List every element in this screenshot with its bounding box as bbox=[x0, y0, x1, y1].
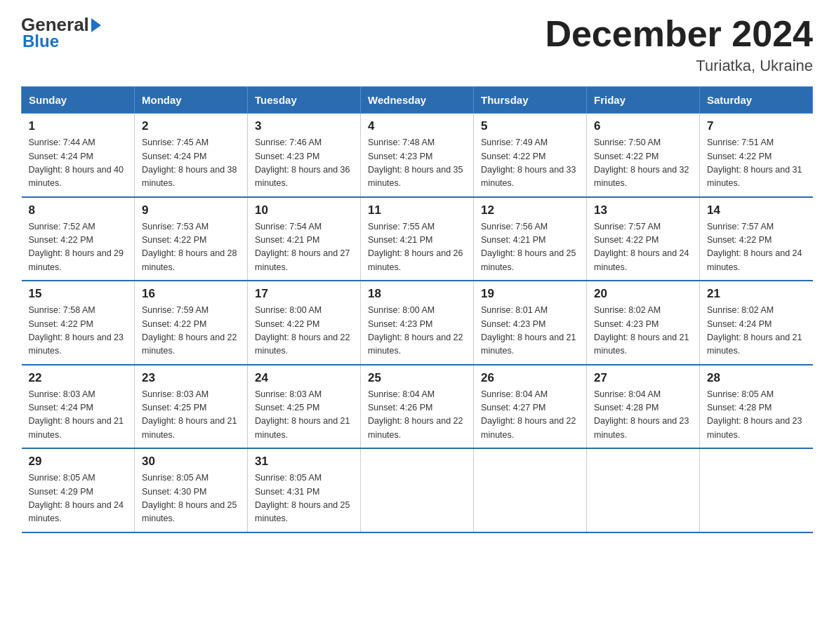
day-number: 13 bbox=[594, 203, 692, 217]
day-info: Sunrise: 7:45 AMSunset: 4:24 PMDaylight:… bbox=[142, 137, 237, 188]
calendar-day-cell: 17 Sunrise: 8:00 AMSunset: 4:22 PMDaylig… bbox=[248, 281, 361, 365]
day-number: 22 bbox=[29, 371, 128, 385]
calendar-day-cell: 5 Sunrise: 7:49 AMSunset: 4:22 PMDayligh… bbox=[474, 114, 587, 197]
day-number: 10 bbox=[255, 203, 353, 217]
day-info: Sunrise: 8:05 AMSunset: 4:29 PMDaylight:… bbox=[29, 473, 124, 523]
calendar-day-cell: 2 Sunrise: 7:45 AMSunset: 4:24 PMDayligh… bbox=[135, 114, 248, 197]
calendar-day-cell: 13 Sunrise: 7:57 AMSunset: 4:22 PMDaylig… bbox=[587, 197, 700, 281]
calendar-day-cell: 28 Sunrise: 8:05 AMSunset: 4:28 PMDaylig… bbox=[700, 365, 813, 449]
day-info: Sunrise: 8:05 AMSunset: 4:30 PMDaylight:… bbox=[142, 473, 237, 523]
calendar-day-cell: 7 Sunrise: 7:51 AMSunset: 4:22 PMDayligh… bbox=[700, 114, 813, 197]
location-main: Turiatka, Ukraine bbox=[545, 57, 813, 75]
day-number: 19 bbox=[481, 287, 579, 301]
day-number: 21 bbox=[707, 287, 806, 301]
calendar-day-cell: 24 Sunrise: 8:03 AMSunset: 4:25 PMDaylig… bbox=[248, 365, 361, 449]
day-info: Sunrise: 7:57 AMSunset: 4:22 PMDaylight:… bbox=[594, 222, 689, 272]
day-info: Sunrise: 7:57 AMSunset: 4:22 PMDaylight:… bbox=[707, 222, 802, 272]
calendar-day-cell: 29 Sunrise: 8:05 AMSunset: 4:29 PMDaylig… bbox=[22, 448, 135, 532]
page-top: General Blue December 2024 Turiatka, Ukr… bbox=[21, 14, 813, 75]
day-info: Sunrise: 8:00 AMSunset: 4:23 PMDaylight:… bbox=[368, 305, 463, 356]
day-number: 9 bbox=[142, 203, 240, 217]
calendar-day-cell bbox=[474, 448, 587, 532]
calendar-day-cell bbox=[700, 448, 813, 532]
calendar-week-row: 22 Sunrise: 8:03 AMSunset: 4:24 PMDaylig… bbox=[22, 365, 813, 449]
day-number: 24 bbox=[255, 371, 353, 385]
calendar-day-cell: 31 Sunrise: 8:05 AMSunset: 4:31 PMDaylig… bbox=[248, 448, 361, 532]
day-info: Sunrise: 7:59 AMSunset: 4:22 PMDaylight:… bbox=[142, 305, 237, 356]
day-number: 31 bbox=[255, 455, 353, 469]
calendar-day-cell: 1 Sunrise: 7:44 AMSunset: 4:24 PMDayligh… bbox=[22, 114, 135, 197]
day-number: 14 bbox=[707, 203, 806, 217]
day-info: Sunrise: 7:49 AMSunset: 4:22 PMDaylight:… bbox=[481, 137, 576, 188]
col-sunday: Sunday bbox=[22, 87, 135, 114]
day-number: 17 bbox=[255, 287, 353, 301]
calendar-day-cell: 20 Sunrise: 8:02 AMSunset: 4:23 PMDaylig… bbox=[587, 281, 700, 365]
day-number: 27 bbox=[594, 371, 692, 385]
calendar-day-cell: 8 Sunrise: 7:52 AMSunset: 4:22 PMDayligh… bbox=[22, 197, 135, 281]
day-info: Sunrise: 7:55 AMSunset: 4:21 PMDaylight:… bbox=[368, 222, 463, 272]
day-info: Sunrise: 7:51 AMSunset: 4:22 PMDaylight:… bbox=[707, 137, 802, 188]
col-monday: Monday bbox=[135, 87, 248, 114]
col-saturday: Saturday bbox=[700, 87, 813, 114]
calendar-day-cell: 19 Sunrise: 8:01 AMSunset: 4:23 PMDaylig… bbox=[474, 281, 587, 365]
day-info: Sunrise: 8:04 AMSunset: 4:28 PMDaylight:… bbox=[594, 389, 689, 440]
calendar-day-cell: 22 Sunrise: 8:03 AMSunset: 4:24 PMDaylig… bbox=[22, 365, 135, 449]
calendar-day-cell: 14 Sunrise: 7:57 AMSunset: 4:22 PMDaylig… bbox=[700, 197, 813, 281]
calendar-day-cell: 6 Sunrise: 7:50 AMSunset: 4:22 PMDayligh… bbox=[587, 114, 700, 197]
calendar-day-cell: 12 Sunrise: 7:56 AMSunset: 4:21 PMDaylig… bbox=[474, 197, 587, 281]
calendar-day-cell: 10 Sunrise: 7:54 AMSunset: 4:21 PMDaylig… bbox=[248, 197, 361, 281]
calendar-day-cell: 30 Sunrise: 8:05 AMSunset: 4:30 PMDaylig… bbox=[135, 448, 248, 532]
calendar-week-row: 15 Sunrise: 7:58 AMSunset: 4:22 PMDaylig… bbox=[22, 281, 813, 365]
calendar-day-cell: 21 Sunrise: 8:02 AMSunset: 4:24 PMDaylig… bbox=[700, 281, 813, 365]
day-info: Sunrise: 8:00 AMSunset: 4:22 PMDaylight:… bbox=[255, 305, 350, 356]
calendar-day-cell: 15 Sunrise: 7:58 AMSunset: 4:22 PMDaylig… bbox=[22, 281, 135, 365]
day-info: Sunrise: 8:05 AMSunset: 4:28 PMDaylight:… bbox=[707, 389, 802, 440]
col-wednesday: Wednesday bbox=[361, 87, 474, 114]
month-title-main: December 2024 bbox=[545, 14, 813, 54]
day-info: Sunrise: 7:46 AMSunset: 4:23 PMDaylight:… bbox=[255, 137, 350, 188]
logo-arrow-icon bbox=[91, 18, 101, 32]
logo-blue-label: Blue bbox=[22, 32, 101, 51]
calendar-day-cell: 16 Sunrise: 7:59 AMSunset: 4:22 PMDaylig… bbox=[135, 281, 248, 365]
day-number: 28 bbox=[707, 371, 806, 385]
day-info: Sunrise: 7:58 AMSunset: 4:22 PMDaylight:… bbox=[29, 305, 124, 356]
calendar-day-cell: 9 Sunrise: 7:53 AMSunset: 4:22 PMDayligh… bbox=[135, 197, 248, 281]
day-info: Sunrise: 8:02 AMSunset: 4:24 PMDaylight:… bbox=[707, 305, 802, 356]
calendar-day-cell: 18 Sunrise: 8:00 AMSunset: 4:23 PMDaylig… bbox=[361, 281, 474, 365]
day-info: Sunrise: 8:02 AMSunset: 4:23 PMDaylight:… bbox=[594, 305, 689, 356]
day-info: Sunrise: 8:05 AMSunset: 4:31 PMDaylight:… bbox=[255, 473, 350, 523]
day-info: Sunrise: 8:01 AMSunset: 4:23 PMDaylight:… bbox=[481, 305, 576, 356]
calendar-day-cell: 11 Sunrise: 7:55 AMSunset: 4:21 PMDaylig… bbox=[361, 197, 474, 281]
day-number: 12 bbox=[481, 203, 579, 217]
day-number: 4 bbox=[368, 119, 466, 133]
day-number: 18 bbox=[368, 287, 466, 301]
day-info: Sunrise: 7:56 AMSunset: 4:21 PMDaylight:… bbox=[481, 222, 576, 272]
day-info: Sunrise: 7:54 AMSunset: 4:21 PMDaylight:… bbox=[255, 222, 350, 272]
day-number: 3 bbox=[255, 119, 353, 133]
day-info: Sunrise: 7:48 AMSunset: 4:23 PMDaylight:… bbox=[368, 137, 463, 188]
day-info: Sunrise: 7:52 AMSunset: 4:22 PMDaylight:… bbox=[29, 222, 124, 272]
calendar-table: Sunday Monday Tuesday Wednesday Thursday… bbox=[21, 86, 813, 533]
day-number: 8 bbox=[29, 203, 128, 217]
col-tuesday: Tuesday bbox=[248, 87, 361, 114]
calendar-day-cell bbox=[587, 448, 700, 532]
calendar-day-cell: 26 Sunrise: 8:04 AMSunset: 4:27 PMDaylig… bbox=[474, 365, 587, 449]
col-friday: Friday bbox=[587, 87, 700, 114]
calendar-day-cell bbox=[361, 448, 474, 532]
calendar-day-cell: 25 Sunrise: 8:04 AMSunset: 4:26 PMDaylig… bbox=[361, 365, 474, 449]
calendar-week-row: 8 Sunrise: 7:52 AMSunset: 4:22 PMDayligh… bbox=[22, 197, 813, 281]
day-number: 23 bbox=[142, 371, 240, 385]
day-info: Sunrise: 8:03 AMSunset: 4:25 PMDaylight:… bbox=[255, 389, 350, 440]
logo-real: General Blue bbox=[21, 14, 101, 51]
calendar-day-cell: 4 Sunrise: 7:48 AMSunset: 4:23 PMDayligh… bbox=[361, 114, 474, 197]
calendar-header-row: Sunday Monday Tuesday Wednesday Thursday… bbox=[22, 87, 813, 114]
day-number: 25 bbox=[368, 371, 466, 385]
calendar-week-row: 29 Sunrise: 8:05 AMSunset: 4:29 PMDaylig… bbox=[22, 448, 813, 532]
day-info: Sunrise: 8:03 AMSunset: 4:25 PMDaylight:… bbox=[142, 389, 237, 440]
day-number: 29 bbox=[29, 455, 128, 469]
day-info: Sunrise: 8:04 AMSunset: 4:26 PMDaylight:… bbox=[368, 389, 463, 440]
day-info: Sunrise: 8:03 AMSunset: 4:24 PMDaylight:… bbox=[29, 389, 124, 440]
calendar-day-cell: 23 Sunrise: 8:03 AMSunset: 4:25 PMDaylig… bbox=[135, 365, 248, 449]
day-number: 1 bbox=[29, 119, 128, 133]
day-number: 30 bbox=[142, 455, 240, 469]
